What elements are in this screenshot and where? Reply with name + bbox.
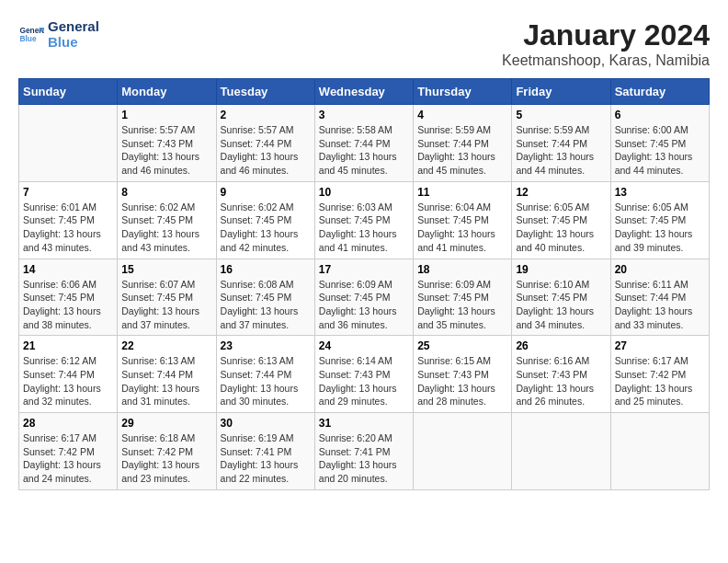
day-info: Sunrise: 6:10 AM Sunset: 7:45 PM Dayligh… bbox=[516, 278, 606, 332]
day-number: 24 bbox=[319, 339, 409, 352]
day-number: 5 bbox=[516, 109, 606, 121]
day-cell: 30Sunrise: 6:19 AM Sunset: 7:41 PM Dayli… bbox=[216, 413, 314, 490]
day-info: Sunrise: 6:16 AM Sunset: 7:43 PM Dayligh… bbox=[516, 354, 606, 408]
day-cell: 27Sunrise: 6:17 AM Sunset: 7:42 PM Dayli… bbox=[610, 336, 709, 413]
logo-icon: General Blue bbox=[18, 21, 44, 47]
calendar-title: January 2024 bbox=[502, 18, 710, 52]
day-info: Sunrise: 6:11 AM Sunset: 7:44 PM Dayligh… bbox=[615, 278, 705, 332]
svg-text:Blue: Blue bbox=[19, 34, 36, 43]
day-number: 30 bbox=[221, 417, 311, 430]
day-number: 8 bbox=[121, 186, 211, 199]
day-info: Sunrise: 6:06 AM Sunset: 7:45 PM Dayligh… bbox=[23, 278, 113, 332]
day-number: 18 bbox=[417, 263, 507, 276]
day-number: 25 bbox=[417, 339, 507, 352]
day-number: 19 bbox=[516, 263, 606, 276]
day-header-friday: Friday bbox=[512, 79, 610, 105]
day-info: Sunrise: 5:57 AM Sunset: 7:43 PM Dayligh… bbox=[121, 123, 211, 178]
day-cell: 19Sunrise: 6:10 AM Sunset: 7:45 PM Dayli… bbox=[512, 259, 610, 336]
day-header-wednesday: Wednesday bbox=[314, 79, 413, 105]
day-info: Sunrise: 6:02 AM Sunset: 7:45 PM Dayligh… bbox=[121, 201, 211, 255]
day-number: 21 bbox=[23, 339, 113, 352]
day-cell: 21Sunrise: 6:12 AM Sunset: 7:44 PM Dayli… bbox=[19, 336, 118, 413]
day-number: 7 bbox=[23, 186, 113, 199]
day-cell: 8Sunrise: 6:02 AM Sunset: 7:45 PM Daylig… bbox=[118, 181, 216, 259]
day-number: 20 bbox=[615, 263, 705, 276]
day-cell: 15Sunrise: 6:07 AM Sunset: 7:45 PM Dayli… bbox=[118, 259, 216, 336]
day-number: 14 bbox=[23, 263, 113, 276]
day-cell: 2Sunrise: 5:57 AM Sunset: 7:44 PM Daylig… bbox=[216, 105, 314, 182]
day-number: 12 bbox=[516, 186, 606, 199]
day-cell: 17Sunrise: 6:09 AM Sunset: 7:45 PM Dayli… bbox=[314, 259, 413, 336]
day-info: Sunrise: 6:05 AM Sunset: 7:45 PM Dayligh… bbox=[615, 201, 705, 255]
day-info: Sunrise: 6:09 AM Sunset: 7:45 PM Dayligh… bbox=[417, 278, 507, 332]
day-number: 17 bbox=[319, 263, 409, 276]
week-row-5: 28Sunrise: 6:17 AM Sunset: 7:42 PM Dayli… bbox=[19, 413, 710, 490]
week-row-3: 14Sunrise: 6:06 AM Sunset: 7:45 PM Dayli… bbox=[19, 259, 710, 336]
day-info: Sunrise: 5:58 AM Sunset: 7:44 PM Dayligh… bbox=[319, 123, 409, 178]
day-number: 26 bbox=[516, 339, 606, 352]
calendar-table: SundayMondayTuesdayWednesdayThursdayFrid… bbox=[18, 78, 710, 490]
day-cell: 9Sunrise: 6:02 AM Sunset: 7:45 PM Daylig… bbox=[216, 181, 314, 259]
day-cell: 28Sunrise: 6:17 AM Sunset: 7:42 PM Dayli… bbox=[19, 413, 118, 490]
day-number: 3 bbox=[319, 109, 409, 121]
day-number: 10 bbox=[319, 186, 409, 199]
day-cell bbox=[414, 413, 512, 490]
day-cell: 22Sunrise: 6:13 AM Sunset: 7:44 PM Dayli… bbox=[118, 336, 216, 413]
day-cell: 13Sunrise: 6:05 AM Sunset: 7:45 PM Dayli… bbox=[610, 181, 709, 259]
day-cell: 4Sunrise: 5:59 AM Sunset: 7:44 PM Daylig… bbox=[414, 105, 512, 182]
day-info: Sunrise: 6:17 AM Sunset: 7:42 PM Dayligh… bbox=[615, 354, 705, 408]
day-info: Sunrise: 6:15 AM Sunset: 7:43 PM Dayligh… bbox=[417, 354, 507, 408]
day-cell: 14Sunrise: 6:06 AM Sunset: 7:45 PM Dayli… bbox=[19, 259, 118, 336]
day-cell: 16Sunrise: 6:08 AM Sunset: 7:45 PM Dayli… bbox=[216, 259, 314, 336]
day-info: Sunrise: 6:18 AM Sunset: 7:42 PM Dayligh… bbox=[121, 431, 211, 486]
day-info: Sunrise: 6:19 AM Sunset: 7:41 PM Dayligh… bbox=[221, 431, 311, 486]
day-info: Sunrise: 6:13 AM Sunset: 7:44 PM Dayligh… bbox=[221, 354, 311, 408]
day-info: Sunrise: 6:00 AM Sunset: 7:45 PM Dayligh… bbox=[615, 123, 705, 178]
day-number: 9 bbox=[221, 186, 311, 199]
day-cell: 31Sunrise: 6:20 AM Sunset: 7:41 PM Dayli… bbox=[314, 413, 413, 490]
day-header-thursday: Thursday bbox=[414, 79, 512, 105]
day-info: Sunrise: 6:02 AM Sunset: 7:45 PM Dayligh… bbox=[221, 201, 311, 255]
days-row: SundayMondayTuesdayWednesdayThursdayFrid… bbox=[19, 79, 710, 105]
day-info: Sunrise: 5:59 AM Sunset: 7:44 PM Dayligh… bbox=[417, 123, 507, 178]
day-cell: 7Sunrise: 6:01 AM Sunset: 7:45 PM Daylig… bbox=[19, 181, 118, 259]
day-header-saturday: Saturday bbox=[610, 79, 709, 105]
day-cell bbox=[610, 413, 709, 490]
day-cell: 29Sunrise: 6:18 AM Sunset: 7:42 PM Dayli… bbox=[118, 413, 216, 490]
day-info: Sunrise: 6:12 AM Sunset: 7:44 PM Dayligh… bbox=[23, 354, 113, 408]
day-cell: 23Sunrise: 6:13 AM Sunset: 7:44 PM Dayli… bbox=[216, 336, 314, 413]
day-cell: 12Sunrise: 6:05 AM Sunset: 7:45 PM Dayli… bbox=[512, 181, 610, 259]
day-cell: 26Sunrise: 6:16 AM Sunset: 7:43 PM Dayli… bbox=[512, 336, 610, 413]
day-cell: 20Sunrise: 6:11 AM Sunset: 7:44 PM Dayli… bbox=[610, 259, 709, 336]
day-number: 4 bbox=[417, 109, 507, 121]
day-info: Sunrise: 6:07 AM Sunset: 7:45 PM Dayligh… bbox=[121, 278, 211, 332]
day-number: 1 bbox=[121, 109, 211, 121]
week-row-4: 21Sunrise: 6:12 AM Sunset: 7:44 PM Dayli… bbox=[19, 336, 710, 413]
week-row-1: 1Sunrise: 5:57 AM Sunset: 7:43 PM Daylig… bbox=[19, 105, 710, 182]
day-number: 27 bbox=[615, 339, 705, 352]
day-info: Sunrise: 6:17 AM Sunset: 7:42 PM Dayligh… bbox=[23, 431, 113, 486]
week-row-2: 7Sunrise: 6:01 AM Sunset: 7:45 PM Daylig… bbox=[19, 181, 710, 259]
day-info: Sunrise: 6:04 AM Sunset: 7:45 PM Dayligh… bbox=[417, 201, 507, 255]
day-info: Sunrise: 6:08 AM Sunset: 7:45 PM Dayligh… bbox=[221, 278, 311, 332]
day-cell bbox=[512, 413, 610, 490]
logo-general: General bbox=[48, 18, 99, 34]
day-number: 16 bbox=[221, 263, 311, 276]
day-number: 29 bbox=[121, 417, 211, 430]
day-number: 15 bbox=[121, 263, 211, 276]
day-info: Sunrise: 6:14 AM Sunset: 7:43 PM Dayligh… bbox=[319, 354, 409, 408]
day-info: Sunrise: 5:57 AM Sunset: 7:44 PM Dayligh… bbox=[221, 123, 311, 178]
day-cell: 5Sunrise: 5:59 AM Sunset: 7:44 PM Daylig… bbox=[512, 105, 610, 182]
day-cell: 24Sunrise: 6:14 AM Sunset: 7:43 PM Dayli… bbox=[314, 336, 413, 413]
day-number: 6 bbox=[615, 109, 705, 121]
day-cell: 10Sunrise: 6:03 AM Sunset: 7:45 PM Dayli… bbox=[314, 181, 413, 259]
day-header-monday: Monday bbox=[118, 79, 216, 105]
day-number: 31 bbox=[319, 417, 409, 430]
day-number: 13 bbox=[615, 186, 705, 199]
day-info: Sunrise: 6:03 AM Sunset: 7:45 PM Dayligh… bbox=[319, 201, 409, 255]
page-header: General Blue General Blue January 2024 K… bbox=[18, 18, 710, 69]
day-cell: 25Sunrise: 6:15 AM Sunset: 7:43 PM Dayli… bbox=[414, 336, 512, 413]
day-number: 11 bbox=[417, 186, 507, 199]
day-cell: 1Sunrise: 5:57 AM Sunset: 7:43 PM Daylig… bbox=[118, 105, 216, 182]
day-cell: 18Sunrise: 6:09 AM Sunset: 7:45 PM Dayli… bbox=[414, 259, 512, 336]
